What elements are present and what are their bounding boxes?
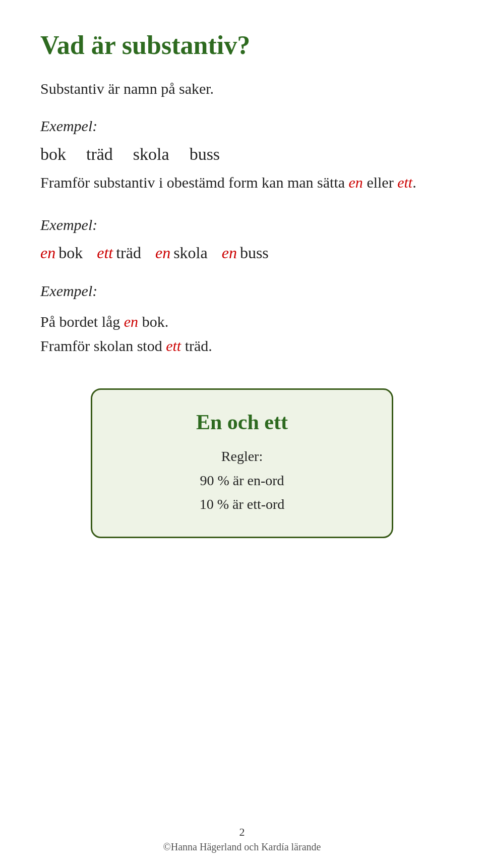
examples-row-2: en bok ett träd en skola en buss bbox=[40, 244, 444, 262]
sentences-block: På bordet låg en bok. Framför skolan sto… bbox=[40, 310, 444, 358]
info-box-title: En och ett bbox=[117, 410, 367, 434]
description-en: en bbox=[349, 174, 363, 191]
ex2-en3: en bbox=[222, 244, 237, 262]
info-box-content: Regler: 90 % är en-ord 10 % är ett-ord bbox=[117, 444, 367, 516]
exempel-label-3: Exempel: bbox=[40, 282, 444, 300]
sentence-1: På bordet låg en bok. bbox=[40, 310, 444, 334]
sentence1-en: en bbox=[124, 313, 138, 330]
word-row-1: bok träd skola buss bbox=[40, 145, 444, 164]
exempel-section-2: Exempel: en bok ett träd en skola en bus… bbox=[40, 216, 444, 262]
info-box: En och ett Regler: 90 % är en-ord 10 % ä… bbox=[91, 388, 393, 538]
description-plain: Framför substantiv i obestämd form kan m… bbox=[40, 174, 349, 191]
word-buss: buss bbox=[190, 145, 220, 164]
description-mid: eller bbox=[363, 174, 397, 191]
box-line2: 10 % är ett-ord bbox=[200, 496, 285, 512]
sentence1-plain: På bordet låg bbox=[40, 313, 124, 330]
sentence1-end: bok. bbox=[138, 313, 168, 330]
exempel-label-2: Exempel: bbox=[40, 216, 444, 234]
word-skola: skola bbox=[133, 145, 169, 164]
footer-text: ©Hanna Hägerland och Kardía lärande bbox=[163, 841, 321, 852]
ex2-skola: skola bbox=[173, 244, 208, 262]
footer: 2 ©Hanna Hägerland och Kardía lärande bbox=[0, 826, 484, 853]
ex2-trad: träd bbox=[116, 244, 141, 262]
ex2-en2: en bbox=[155, 244, 170, 262]
exempel-section-1: Exempel: bok träd skola buss Framför sub… bbox=[40, 118, 444, 191]
page-title: Vad är substantiv? bbox=[40, 30, 444, 60]
ex2-buss: buss bbox=[240, 244, 269, 262]
sentence2-plain: Framför skolan stod bbox=[40, 337, 166, 354]
box-line1: 90 % är en-ord bbox=[200, 473, 284, 488]
exempel-section-3: Exempel: På bordet låg en bok. Framför s… bbox=[40, 282, 444, 358]
word-trad: träd bbox=[86, 145, 113, 164]
ex2-en1: en bbox=[40, 244, 55, 262]
box-regler: Regler: bbox=[221, 448, 263, 464]
sentence-2: Framför skolan stod ett träd. bbox=[40, 334, 444, 358]
description-ett: ett bbox=[397, 174, 412, 191]
subtitle-text: Substantiv är namn på saker. bbox=[40, 80, 444, 97]
sentence2-end: träd. bbox=[181, 337, 212, 354]
ex2-ett1: ett bbox=[97, 244, 113, 262]
exempel-label-1: Exempel: bbox=[40, 118, 444, 135]
page-number: 2 bbox=[0, 826, 484, 839]
description-text: Framför substantiv i obestämd form kan m… bbox=[40, 174, 444, 191]
ex2-bok: bok bbox=[58, 244, 83, 262]
sentence2-ett: ett bbox=[166, 337, 181, 354]
word-bok: bok bbox=[40, 145, 66, 164]
description-end: . bbox=[412, 174, 416, 191]
